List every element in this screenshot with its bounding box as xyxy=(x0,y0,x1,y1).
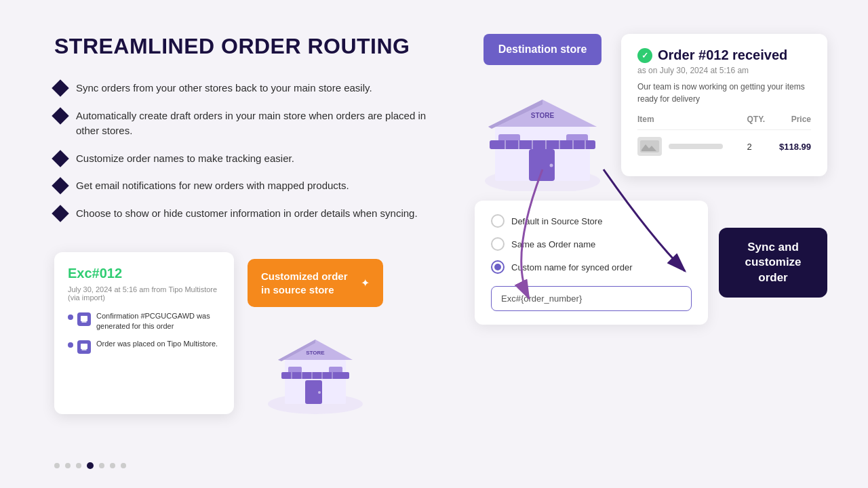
destination-badge: Destination store xyxy=(484,34,602,65)
radio-circle-custom[interactable] xyxy=(491,260,505,274)
svg-point-7 xyxy=(318,391,321,394)
event-icon-1 xyxy=(77,312,91,326)
received-desc: Our team is now working on getting your … xyxy=(637,81,811,105)
radio-inner-custom xyxy=(494,264,501,270)
event-dot-1 xyxy=(68,314,73,320)
pagination xyxy=(54,462,126,469)
order-received-card: ✓ Order #012 received as on July 30, 202… xyxy=(621,34,827,176)
green-check-icon: ✓ xyxy=(637,48,652,63)
diamond-icon-3 xyxy=(52,150,68,167)
radio-circle-default[interactable] xyxy=(491,214,505,228)
feature-item-5: Choose to show or hide customer informat… xyxy=(54,206,448,222)
qty-cell: 2 xyxy=(747,130,770,163)
order-date: July 30, 2024 at 5:16 am from Tipo Multi… xyxy=(68,285,220,302)
radio-circle-same[interactable] xyxy=(491,237,505,251)
radio-label-same: Same as Order name xyxy=(511,239,595,249)
dot-3[interactable] xyxy=(76,463,81,468)
svg-point-22 xyxy=(550,164,553,167)
product-name-placeholder xyxy=(669,144,723,149)
custom-name-input[interactable] xyxy=(491,286,692,311)
product-item xyxy=(637,137,747,156)
radio-option-same[interactable]: Same as Order name xyxy=(491,237,692,251)
col-item: Item xyxy=(637,115,747,130)
order-events: Confirmation #PCGUCGAWD was generated fo… xyxy=(68,311,220,354)
svg-text:STORE: STORE xyxy=(531,112,555,119)
dot-7[interactable] xyxy=(121,463,126,468)
radio-option-custom[interactable]: Custom name for synced order xyxy=(491,260,692,274)
svg-text:STORE: STORE xyxy=(306,350,325,356)
svg-rect-1 xyxy=(81,344,87,349)
svg-rect-0 xyxy=(81,316,87,321)
sync-customize-button[interactable]: Sync and customize order xyxy=(719,228,827,297)
source-store-illustration: STORE xyxy=(258,312,373,414)
feature-item-4: Get email notifications for new orders w… xyxy=(54,178,448,194)
order-event-1: Confirmation #PCGUCGAWD was generated fo… xyxy=(68,311,220,332)
feature-item-3: Customize order names to make tracking e… xyxy=(54,151,448,167)
table-row: 2 $118.99 xyxy=(637,130,811,163)
event-icon-2 xyxy=(77,340,91,354)
main-title: STREAMLINED ORDER ROUTING xyxy=(54,34,448,59)
left-panel: STREAMLINED ORDER ROUTING Sync orders fr… xyxy=(54,34,448,461)
order-event-2: Order was placed on Tipo Multistore. xyxy=(68,339,220,354)
sync-button-line2: customize order xyxy=(745,256,801,283)
destination-group: Destination store xyxy=(475,34,610,191)
event-dot-2 xyxy=(68,342,73,348)
event-text-1: Confirmation #PCGUCGAWD was generated fo… xyxy=(96,311,220,332)
feature-item-1: Sync orders from your other stores back … xyxy=(54,81,448,96)
event-text-2: Order was placed on Tipo Multistore. xyxy=(96,339,218,349)
right-panel: Destination store xyxy=(475,34,827,461)
diamond-icon-2 xyxy=(52,107,68,124)
destination-store-illustration: STORE xyxy=(475,69,610,191)
diamond-icon-5 xyxy=(52,205,68,222)
dot-2[interactable] xyxy=(65,463,71,468)
col-price: Price xyxy=(770,115,811,130)
received-date: as on July 30, 2024 at 5:16 am xyxy=(637,66,811,75)
diamond-icon-4 xyxy=(52,177,68,194)
feature-item-2: Automatically create draft orders in you… xyxy=(54,108,448,139)
col-qty: QTY. xyxy=(747,115,770,130)
sync-button-line1: Sync and xyxy=(747,241,799,253)
price-cell: $118.99 xyxy=(779,142,811,152)
customized-badge-text: Customized orderin source store xyxy=(261,270,348,296)
radio-label-default: Default in Source Store xyxy=(511,216,602,226)
dot-6[interactable] xyxy=(110,463,115,468)
radio-label-custom: Custom name for synced order xyxy=(511,262,632,272)
product-thumbnail xyxy=(637,137,662,156)
source-order-card: Exc#012 July 30, 2024 at 5:16 am from Ti… xyxy=(54,252,234,414)
radio-option-default[interactable]: Default in Source Store xyxy=(491,214,692,228)
dot-4-active[interactable] xyxy=(87,462,94,469)
feature-list: Sync orders from your other stores back … xyxy=(54,81,448,221)
dot-1[interactable] xyxy=(54,463,60,468)
star-icon: ✦ xyxy=(361,277,370,289)
badge-store-group: Customized orderin source store ✦ xyxy=(248,252,383,414)
customized-order-badge: Customized orderin source store ✦ xyxy=(248,259,383,307)
received-title: ✓ Order #012 received xyxy=(637,47,811,63)
top-right-row: Destination store xyxy=(475,34,827,191)
order-id: Exc#012 xyxy=(68,266,220,281)
dot-5[interactable] xyxy=(99,463,104,468)
bottom-right-row: Default in Source Store Same as Order na… xyxy=(475,201,827,325)
diamond-icon-1 xyxy=(52,79,68,96)
customize-options-card: Default in Source Store Same as Order na… xyxy=(475,201,708,325)
bottom-cards-row: Exc#012 July 30, 2024 at 5:16 am from Ti… xyxy=(54,252,448,414)
order-table: Item QTY. Price xyxy=(637,115,811,163)
